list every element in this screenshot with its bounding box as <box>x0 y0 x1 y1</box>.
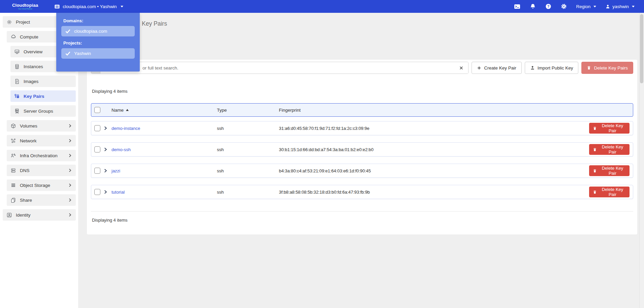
caret-down-icon <box>593 6 596 7</box>
column-header-name[interactable]: Name <box>111 108 217 113</box>
delete-key-pair-button[interactable]: Delete Key Pair <box>589 187 630 197</box>
user-label: yashwin <box>612 4 629 9</box>
projects-label: Projects: <box>63 40 135 46</box>
key-pair-name-link[interactable]: tutorial <box>111 190 217 195</box>
sidebar-item-dns[interactable]: DNS <box>7 165 76 176</box>
brand-logo[interactable]: Cloudtopiaa Your Cloud Partner <box>12 3 38 10</box>
clear-search-button[interactable] <box>454 62 468 74</box>
sidebar-item-label: Project <box>16 20 30 25</box>
trash-icon <box>593 147 597 152</box>
create-key-pair-button[interactable]: Create Key Pair <box>472 62 521 74</box>
row-checkbox[interactable] <box>94 146 100 152</box>
images-icon <box>14 79 20 84</box>
import-public-key-label: Import Public Key <box>538 65 573 71</box>
caret-down-icon <box>121 6 123 7</box>
region-label: Region <box>576 4 590 9</box>
row-checkbox[interactable] <box>94 189 100 195</box>
project-icon <box>6 19 12 25</box>
domain-project-switcher[interactable]: cloudtopiaa.com • Yashwin <box>54 4 123 9</box>
expand-row-icon[interactable] <box>103 126 111 131</box>
key-pair-name-link[interactable]: jazzi <box>111 168 217 173</box>
delete-key-pair-label: Delete Key Pair <box>599 166 626 176</box>
expand-row-icon[interactable] <box>103 147 111 152</box>
key-pair-fingerprint: 31:a6:d0:45:58:70:f1:9d:71:f2:fd:1a:2c:c… <box>279 126 589 131</box>
delete-key-pair-button[interactable]: Delete Key Pair <box>589 165 630 176</box>
sidebar-item-infra-orchestration[interactable]: Infra Orchestration <box>7 150 76 161</box>
trash-icon <box>593 126 597 131</box>
create-key-pair-label: Create Key Pair <box>484 65 516 71</box>
overview-icon <box>14 49 20 55</box>
delete-key-pair-label: Delete Key Pair <box>599 187 626 197</box>
key-pair-type: ssh <box>217 126 279 131</box>
gear-icon[interactable] <box>560 3 567 10</box>
expand-row-icon[interactable] <box>103 190 111 194</box>
instances-icon <box>14 64 20 69</box>
table-row: tutorial ssh 3f:b8:a8:58:08:5b:32:18:d3:… <box>91 185 633 199</box>
sidebar-item-share[interactable]: Share <box>7 194 76 206</box>
domain-option-cloudtopiaa[interactable]: cloudtopiaa.com <box>61 26 135 36</box>
app: Cloudtopiaa Your Cloud Partner cloudtopi… <box>0 0 644 308</box>
row-checkbox[interactable] <box>94 168 100 174</box>
table-row: demo-ssh ssh 30:b1:15:1d:66:dd:bd:a7:54:… <box>91 142 633 157</box>
list-icon <box>54 4 60 9</box>
project-option-label: Yashwin <box>74 51 91 56</box>
compute-icon <box>10 34 16 40</box>
brand-tagline: Your Cloud Partner <box>12 8 38 10</box>
row-checkbox[interactable] <box>94 125 100 131</box>
terminal-icon[interactable] <box>514 3 520 10</box>
bell-icon[interactable] <box>529 3 536 10</box>
sidebar-item-label: Network <box>20 138 37 143</box>
search-input[interactable] <box>100 62 454 74</box>
chevron-right-icon <box>68 153 72 158</box>
sidebar-item-object-storage[interactable]: Object Storage <box>7 179 76 191</box>
search-bar <box>91 62 469 74</box>
domain-project-label: cloudtopiaa.com • Yashwin <box>63 4 117 9</box>
user-dropdown[interactable]: yashwin <box>605 4 635 9</box>
share-icon <box>10 197 16 203</box>
sidebar-item-key-pairs[interactable]: Key Pairs <box>10 90 76 102</box>
sidebar-item-label: Instances <box>24 64 43 69</box>
delete-key-pair-button[interactable]: Delete Key Pair <box>589 123 630 134</box>
column-header-type[interactable]: Type <box>217 108 279 113</box>
items-count-top: Displaying 4 items <box>92 89 633 94</box>
sidebar-item-label: Images <box>24 79 38 84</box>
expand-row-icon[interactable] <box>103 168 111 173</box>
region-dropdown[interactable]: Region <box>576 4 596 9</box>
sidebar-item-label: DNS <box>20 168 30 173</box>
scrollbar-track[interactable] <box>639 13 644 308</box>
project-option-yashwin[interactable]: Yashwin <box>61 48 135 59</box>
key-pair-name-link[interactable]: demo-instance <box>111 126 217 131</box>
key-pair-name-link[interactable]: demo-ssh <box>111 147 217 152</box>
domain-option-label: cloudtopiaa.com <box>74 29 107 34</box>
key-pairs-icon <box>14 93 20 99</box>
chevron-right-icon <box>68 124 72 128</box>
sidebar-item-images[interactable]: Images <box>10 76 76 87</box>
delete-key-pairs-label: Delete Key Pairs <box>594 65 628 71</box>
key-pairs-panel: Create Key Pair Import Public Key Delete… <box>87 60 637 234</box>
main-content: Key Pairs Create Key Pair Import Pub <box>78 13 639 308</box>
sidebar-item-label: Overview <box>24 49 42 54</box>
column-header-fingerprint[interactable]: Fingerprint <box>279 108 589 113</box>
key-pair-fingerprint: b4:3a:80:c4:af:53:21:09:e1:64:03:e6:1d:f… <box>279 168 589 173</box>
sidebar-item-label: Identity <box>16 213 31 218</box>
key-pair-type: ssh <box>217 190 279 195</box>
server-groups-icon <box>14 108 20 114</box>
scrollbar-thumb[interactable] <box>640 14 643 83</box>
identity-icon <box>6 212 12 218</box>
help-icon[interactable]: ? <box>545 3 551 10</box>
import-public-key-button[interactable]: Import Public Key <box>525 62 579 74</box>
caret-down-icon <box>632 6 635 7</box>
chevron-right-icon <box>68 198 72 202</box>
sidebar-item-server-groups[interactable]: Server Groups <box>10 105 76 117</box>
table-row: jazzi ssh b4:3a:80:c4:af:53:21:09:e1:64:… <box>91 164 633 178</box>
object-storage-icon <box>10 183 16 188</box>
sidebar-item-network[interactable]: Network <box>7 135 76 146</box>
select-all-checkbox[interactable] <box>94 107 100 113</box>
delete-key-pair-button[interactable]: Delete Key Pair <box>589 144 630 155</box>
table-header: Name Type Fingerprint <box>91 103 633 117</box>
sidebar-item-label: Server Groups <box>24 109 53 114</box>
check-icon <box>65 29 70 33</box>
sidebar-item-volumes[interactable]: Volumes <box>7 120 76 132</box>
delete-key-pairs-button[interactable]: Delete Key Pairs <box>581 62 633 74</box>
sidebar-item-identity[interactable]: Identity <box>3 209 76 221</box>
